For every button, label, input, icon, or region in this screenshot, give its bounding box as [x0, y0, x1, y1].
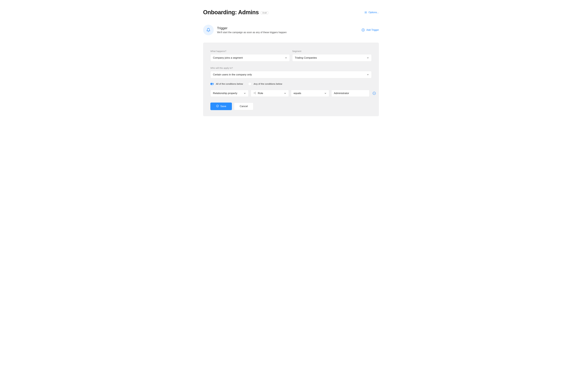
condition-value-text: Administrator [334, 92, 349, 95]
page-title: Onboarding: Admins [203, 9, 259, 16]
row-apply-to: Who will this apply to? Certain users in… [210, 67, 372, 78]
apply-to-select[interactable]: Certain users in the company only [210, 71, 372, 78]
page-header: Onboarding: Admins Draft Options... [203, 9, 379, 16]
svg-point-13 [216, 105, 219, 107]
what-happens-select[interactable]: Company joins a segment [210, 54, 290, 62]
condition-value-input[interactable]: Administrator [331, 90, 369, 97]
svg-line-10 [254, 93, 255, 94]
relationship-icon [253, 92, 256, 95]
campaign-editor-page: Onboarding: Admins Draft Options... [194, 0, 388, 122]
match-mode-group: All of the conditions below Any of the c… [210, 82, 372, 86]
options-label: Options... [369, 11, 379, 14]
field-segment: Segment Trialing Companies [292, 50, 372, 62]
segment-select[interactable]: Trialing Companies [292, 54, 372, 62]
trigger-subtitle: We'll start the campaign as soon as any … [217, 31, 287, 34]
radio-unselected-icon [248, 82, 251, 86]
segment-value: Trialing Companies [295, 56, 317, 60]
radio-selected-icon [210, 82, 214, 86]
apply-to-label: Who will this apply to? [210, 67, 372, 69]
match-mode-any-label: Any of the conditions below [254, 82, 282, 85]
check-circle-icon [216, 105, 219, 108]
plus-circle-icon [361, 28, 365, 32]
chevron-down-icon [244, 92, 246, 94]
hamburger-icon [364, 11, 367, 14]
chevron-down-icon [324, 92, 327, 94]
cancel-button[interactable]: Cancel [234, 102, 253, 110]
save-label: Save [220, 105, 226, 108]
condition-operator-value: equals [294, 92, 301, 95]
panel-button-row: Save Cancel [210, 102, 372, 110]
svg-line-9 [254, 92, 255, 93]
chevron-down-icon [284, 92, 286, 94]
add-trigger-button[interactable]: Add Trigger [361, 28, 379, 32]
chevron-down-icon [285, 57, 287, 59]
field-what-happens: What happens? Company joins a segment [210, 50, 290, 62]
status-badge: Draft [261, 11, 268, 14]
condition-property-type-select[interactable]: Relationship property [210, 90, 249, 97]
condition-property-name-value: Role [258, 92, 263, 95]
options-menu-button[interactable]: Options... [364, 11, 379, 14]
segment-label: Segment [292, 50, 372, 52]
what-happens-value: Company joins a segment [213, 56, 243, 60]
match-mode-all[interactable]: All of the conditions below [210, 82, 243, 86]
row-what-segment: What happens? Company joins a segment Se… [210, 50, 372, 62]
condition-property-name-select[interactable]: Role [251, 90, 289, 97]
match-mode-any[interactable]: Any of the conditions below [248, 82, 282, 86]
trigger-title: Trigger [217, 26, 287, 30]
trigger-config-panel: What happens? Company joins a segment Se… [203, 42, 379, 116]
field-apply-to: Who will this apply to? Certain users in… [210, 67, 372, 78]
trigger-info: Trigger We'll start the campaign as soon… [203, 25, 287, 35]
bell-icon [203, 25, 214, 35]
add-trigger-label: Add Trigger [366, 29, 379, 31]
chevron-down-icon [367, 57, 369, 59]
chevron-down-icon [367, 74, 369, 76]
trigger-text: Trigger We'll start the campaign as soon… [217, 26, 287, 34]
remove-condition-button[interactable] [373, 92, 376, 95]
condition-operator-select[interactable]: equals [291, 90, 329, 97]
save-button[interactable]: Save [210, 102, 232, 110]
condition-row: Relationship property [210, 90, 372, 97]
condition-property-type-value: Relationship property [213, 92, 237, 95]
match-mode-all-label: All of the conditions below [216, 82, 243, 85]
title-wrap: Onboarding: Admins Draft [203, 9, 268, 16]
cancel-label: Cancel [240, 105, 248, 108]
trigger-section: Trigger We'll start the campaign as soon… [203, 25, 379, 35]
apply-to-value: Certain users in the company only [213, 73, 252, 76]
what-happens-label: What happens? [210, 50, 290, 52]
minus-circle-icon [373, 92, 376, 95]
